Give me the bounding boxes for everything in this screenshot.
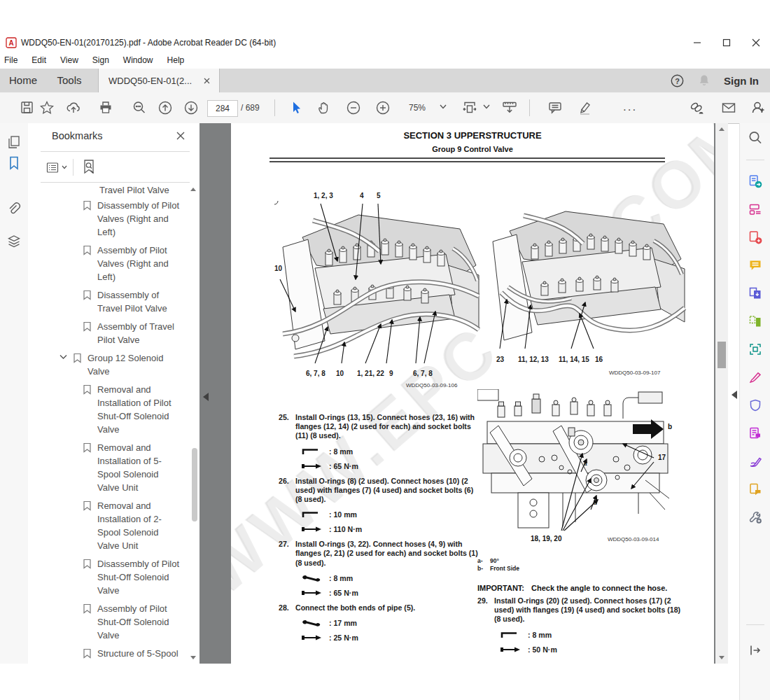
maximize-button[interactable]: [721, 37, 732, 48]
menu-file[interactable]: File: [0, 53, 24, 65]
layers-icon[interactable]: [6, 234, 22, 249]
zoom-level-value[interactable]: 75%: [403, 92, 431, 123]
organize-pages-icon[interactable]: [748, 314, 762, 328]
bookmark-item[interactable]: Disassembly of Pilot Valves (Right and L…: [28, 199, 187, 239]
menu-window[interactable]: Window: [116, 53, 160, 65]
tab-home[interactable]: Home: [0, 69, 46, 92]
sign-in-button[interactable]: Sign In: [724, 75, 759, 87]
fit-dropdown-caret-icon[interactable]: [483, 104, 498, 120]
next-page-icon[interactable]: [183, 100, 199, 115]
print-icon[interactable]: [98, 100, 113, 115]
certificates-icon[interactable]: [748, 454, 762, 468]
bookmark-item[interactable]: Disassembly of Travel Pilot Valve: [28, 288, 187, 315]
spec-row: : 17 mm: [301, 619, 480, 627]
link-share-icon[interactable]: [689, 100, 704, 115]
collapse-right-panel-arrow[interactable]: [729, 385, 739, 405]
tools-sidebar: [739, 123, 770, 700]
notifications-bell-icon[interactable]: [697, 74, 711, 88]
prepare-form-icon[interactable]: [748, 426, 762, 440]
bookmarks-scroll-thumb[interactable]: [192, 448, 197, 522]
menu-help[interactable]: Help: [160, 53, 192, 65]
close-tab-icon[interactable]: [204, 78, 219, 84]
figure-callout: 11, 14, 15: [559, 356, 589, 363]
tab-tools[interactable]: Tools: [46, 69, 92, 92]
bookmarks-toolbar: [28, 157, 200, 179]
scroll-down-icon[interactable]: [190, 656, 196, 659]
fill-sign-icon[interactable]: [748, 370, 762, 384]
figure-id: WDDQ50-03-09-107: [609, 370, 660, 376]
profile-add-icon[interactable]: [750, 100, 766, 115]
bookmarks-close-icon[interactable]: [176, 131, 186, 141]
zoom-in-icon[interactable]: [375, 100, 391, 115]
previous-page-icon[interactable]: [158, 100, 173, 115]
combine-files-icon[interactable]: [748, 286, 762, 300]
star-icon[interactable]: [39, 100, 55, 115]
more-tools-ellipsis[interactable]: ...: [623, 94, 637, 120]
bookmark-item[interactable]: Disassembly of Pilot Shut-Off Solenoid V…: [28, 557, 187, 597]
pdf-file-icon: A: [6, 37, 17, 48]
select-tool-icon[interactable]: [288, 100, 304, 115]
protect-pdf-icon[interactable]: [748, 398, 762, 412]
figure-id: WDDQ50-03-09-014: [608, 536, 659, 542]
important-note: IMPORTANT:Check the angle to connect the…: [477, 584, 689, 592]
zoom-out-icon[interactable]: [346, 100, 361, 115]
menu-edit[interactable]: Edit: [24, 53, 53, 65]
bookmark-item[interactable]: Assembly of Pilot Shut-Off Solenoid Valv…: [28, 602, 187, 642]
create-pdf-icon[interactable]: [748, 230, 762, 244]
comment-icon[interactable]: [748, 258, 762, 272]
scroll-down-icon[interactable]: [719, 656, 724, 659]
share-cloud-icon[interactable]: [66, 100, 81, 115]
hex-key-icon: [301, 511, 322, 518]
search-icon[interactable]: [132, 100, 147, 115]
scroll-up-icon[interactable]: [719, 127, 724, 131]
email-icon[interactable]: [721, 100, 736, 115]
step-28: 28.Connect the both ends of pipe (5).: [279, 603, 480, 612]
request-signatures-icon[interactable]: [748, 482, 762, 496]
menu-sign[interactable]: Sign: [85, 53, 116, 65]
bookmark-item[interactable]: Travel Pilot Valve: [28, 185, 187, 194]
bookmark-item[interactable]: Assembly of Travel Pilot Valve: [28, 320, 187, 346]
tab-document[interactable]: WDDQ50-EN-01(2...: [98, 69, 220, 92]
bookmarks-options-icon[interactable]: [46, 160, 67, 174]
chevron-down-icon[interactable]: [59, 354, 67, 378]
fit-page-icon[interactable]: [462, 100, 477, 115]
export-pdf-icon[interactable]: [748, 174, 762, 188]
zoom-dropdown-caret-icon[interactable]: [440, 104, 455, 120]
bookmark-item[interactable]: Removal and Installation of Pilot Shut-O…: [28, 383, 187, 436]
close-button[interactable]: [750, 37, 762, 48]
menu-view[interactable]: View: [53, 53, 85, 65]
bookmarks-search-icon[interactable]: [81, 159, 97, 176]
compress-pdf-icon[interactable]: [748, 342, 762, 356]
collapse-left-panel-arrow[interactable]: [201, 388, 210, 406]
figure-callout: 4: [360, 192, 364, 200]
bookmarks-panel-icon[interactable]: [6, 155, 22, 171]
highlight-pen-icon[interactable]: [578, 100, 594, 115]
scroll-up-icon[interactable]: [190, 188, 196, 191]
figure-callout: 5: [377, 192, 381, 200]
figure-side-view: b 17 a a 18, 19, 20 WDDQ50-03-09-014: [477, 389, 689, 549]
help-icon[interactable]: ?: [670, 74, 685, 88]
attachments-icon[interactable]: [6, 202, 22, 217]
scrolling-mode-icon[interactable]: [501, 100, 517, 115]
bookmark-item[interactable]: Structure of 5-Spool Solenoid Valve: [28, 647, 187, 664]
figure-callout: 1, 21, 22: [357, 370, 384, 377]
comment-tool-icon[interactable]: [547, 100, 563, 115]
page-number-input[interactable]: [207, 100, 238, 117]
bookmark-item[interactable]: Removal and Installation of 2-Spool Sole…: [28, 499, 187, 552]
edit-pdf-icon[interactable]: [748, 202, 762, 216]
bookmark-item[interactable]: Removal and Installation of 5-Spool Sole…: [28, 441, 187, 494]
open-tools-panel-icon[interactable]: [748, 643, 763, 658]
more-tools-wrench-icon[interactable]: [748, 510, 762, 524]
hand-tool-icon[interactable]: [316, 100, 332, 115]
figure-callout: a: [584, 461, 587, 467]
document-scrollbar[interactable]: [715, 123, 728, 664]
bookmark-group-item[interactable]: Group 12 Solenoid Valve: [28, 351, 187, 378]
bookmark-item[interactable]: Assembly of Pilot Valves (Right and Left…: [28, 244, 187, 284]
minimize-button[interactable]: [692, 37, 703, 48]
save-icon[interactable]: [20, 100, 35, 115]
search-tool-icon[interactable]: [748, 130, 763, 146]
document-scroll-thumb[interactable]: [718, 342, 726, 368]
page-thumbnails-icon[interactable]: [6, 134, 22, 150]
spec-row: : 65 N·m: [301, 589, 480, 597]
bookmarks-scrollbar[interactable]: [188, 185, 198, 661]
